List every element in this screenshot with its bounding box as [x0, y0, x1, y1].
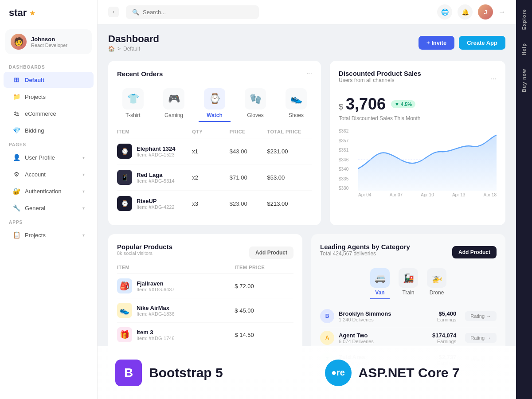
tab-shoes[interactable]: 👟 Shoes	[280, 85, 312, 122]
tab-gloves[interactable]: 🧤 Gloves	[239, 85, 271, 122]
rating-button[interactable]: Rating →	[465, 333, 497, 343]
header-avatar[interactable]: J	[478, 4, 493, 20]
sidebar-item-account[interactable]: ⚙ Account ▾	[4, 166, 94, 182]
train-icon: 🚂	[399, 268, 418, 288]
add-product-button[interactable]: Add Product	[249, 246, 293, 259]
sidebar-item-authentication[interactable]: 🔐 Authentication ▾	[4, 183, 94, 199]
sidebar-item-ecommerce[interactable]: 🛍 eCommerce	[4, 106, 94, 121]
notification-icon[interactable]: 🔔	[458, 4, 473, 20]
invite-button[interactable]: + Invite	[419, 36, 454, 50]
product-image: 🎒	[117, 278, 132, 293]
sidebar-item-projects[interactable]: 📁 Projects	[4, 89, 94, 105]
tab-label: Gloves	[247, 112, 263, 118]
sidebar-item-label: Projects	[25, 94, 46, 100]
tab-drone[interactable]: 🚁 Drone	[427, 268, 446, 299]
main-grid: Recent Orders ··· 👕 T-shirt 🎮 Gaming	[108, 61, 505, 225]
tab-label: Shoes	[289, 112, 304, 118]
section-dashboards: DASHBOARDS	[0, 61, 97, 71]
orders-table-header: ITEM QTY PRICE TOTAL PRICE	[117, 129, 312, 138]
item-cell: 📱 Red Laga Item: #XDG-5314	[117, 170, 192, 185]
lock-icon: 🔐	[12, 187, 20, 195]
agent-earnings-block: $5,400 Earnings	[437, 310, 456, 322]
sidebar-item-label: Default	[25, 77, 44, 83]
gaming-icon: 🎮	[163, 88, 184, 110]
table-row: ⌚ RiseUP Item: #XDG-4222 x3 $23.00 $213.…	[117, 191, 312, 216]
sidebar-item-bidding[interactable]: 💎 Bidding	[4, 122, 94, 138]
sidebar-item-default[interactable]: ⊞ Default	[4, 72, 94, 88]
search-input[interactable]	[143, 9, 253, 16]
sidebar-toggle-button[interactable]: ‹	[108, 7, 119, 17]
sidebar: star ★ 🧑 Johnson React Developer DASHBOA…	[0, 0, 98, 399]
col-qty: QTY	[192, 129, 230, 134]
shop-icon: 🛍	[12, 110, 20, 117]
tab-van[interactable]: 🚐 Van	[370, 268, 390, 299]
order-tabs: 👕 T-shirt 🎮 Gaming ⌚ Watch 🧤	[117, 85, 312, 122]
folder-icon: 📁	[12, 93, 20, 101]
tab-label: Train	[403, 289, 415, 296]
tab-watch[interactable]: ⌚ Watch	[199, 85, 231, 122]
globe-icon[interactable]: 🌐	[437, 4, 452, 20]
rating-label: Rating	[470, 313, 485, 319]
y-label: $340	[339, 167, 356, 172]
sidebar-item-user-profile[interactable]: 👤 User Profile ▾	[4, 149, 94, 165]
bootstrap-text: Bootstrap 5	[149, 365, 223, 380]
agent-category-tabs: 🚐 Van 🚂 Train 🚁 Drone	[320, 268, 497, 299]
sidebar-item-general[interactable]: 🔧 General ▾	[4, 200, 94, 216]
user-profile-card[interactable]: 🧑 Johnson React Developer	[5, 29, 92, 54]
help-label[interactable]: Help	[521, 43, 527, 55]
x-label: Apr 04	[358, 192, 371, 197]
product-image: 🎁	[117, 327, 132, 342]
agent-name: Brooklyn Simmons	[339, 310, 433, 317]
chevron-icon: ▾	[82, 155, 85, 160]
buy-now-label[interactable]: Buy now	[521, 69, 527, 92]
tab-gaming[interactable]: 🎮 Gaming	[158, 85, 190, 122]
search-box[interactable]: 🔍	[126, 5, 259, 19]
add-product-agents-button[interactable]: Add Product	[452, 246, 497, 258]
agent-avatar: A	[320, 331, 334, 345]
recent-orders-title: Recent Orders	[117, 70, 163, 78]
product-image: 👟	[117, 303, 132, 318]
chart-x-axis: Apr 04 Apr 07 Apr 10 Apr 13 Apr 18	[358, 192, 497, 197]
card-menu-icon[interactable]: ···	[306, 70, 312, 78]
home-icon: 🏠	[108, 46, 115, 52]
explore-label[interactable]: Explore	[521, 9, 527, 30]
total-cell: $231.00	[267, 148, 312, 155]
section-apps: APPS	[0, 216, 97, 227]
tab-train[interactable]: 🚂 Train	[399, 268, 418, 299]
tab-label: Van	[375, 289, 384, 296]
sidebar-item-label: Account	[25, 171, 46, 178]
price-cell: $43.00	[230, 148, 267, 155]
card-menu-icon[interactable]: ···	[491, 75, 497, 83]
van-icon: 🚐	[370, 268, 390, 288]
product-price: $ 45.00	[235, 307, 293, 314]
chart-subtitle: Users from all channels	[339, 77, 421, 83]
agent-earnings: $5,400	[437, 310, 456, 317]
product-item-cell: 🎒 Fjallraven Item: #XDG-6437	[117, 278, 235, 293]
product-name: Item 3	[137, 329, 175, 336]
agent-row: B Brooklyn Simmons 1,240 Deliveries $5,4…	[320, 305, 497, 327]
chevron-icon: ▾	[82, 189, 85, 194]
x-label: Apr 18	[484, 192, 497, 197]
product-row: 👟 Nike AirMax Item: #XDG-1836 $ 45.00	[117, 298, 293, 323]
recent-orders-card: Recent Orders ··· 👕 T-shirt 🎮 Gaming	[108, 61, 321, 225]
page-header: Dashboard 🏠 > Default + Invite Create Ap…	[108, 33, 505, 52]
clipboard-icon: 📋	[12, 231, 20, 239]
tab-tshirt[interactable]: 👕 T-shirt	[117, 85, 149, 122]
x-label: Apr 10	[421, 192, 434, 197]
logo-star: ★	[29, 9, 35, 17]
agents-subtitle: Total 424,567 deliveries	[320, 250, 410, 257]
col-price: PRICE	[230, 129, 267, 134]
aspnet-logo: ●re	[325, 360, 352, 386]
sidebar-item-projects-app[interactable]: 📋 Projects ▾	[4, 227, 94, 243]
avatar: 🧑	[11, 34, 27, 50]
agent-deliveries: 6,074 Deliveries	[339, 339, 428, 344]
tab-label: Watch	[207, 112, 223, 118]
right-panel: Explore Help Buy now	[516, 0, 532, 399]
user-name: Johnson	[31, 36, 67, 43]
qty-cell: x3	[192, 200, 230, 207]
forward-icon[interactable]: →	[498, 8, 505, 16]
table-row: 📱 Red Laga Item: #XDG-5314 x2 $71.00 $53…	[117, 164, 312, 191]
rating-button[interactable]: Rating →	[465, 311, 497, 321]
create-app-button[interactable]: Create App	[459, 36, 505, 50]
price-cell: $71.00	[230, 174, 267, 181]
